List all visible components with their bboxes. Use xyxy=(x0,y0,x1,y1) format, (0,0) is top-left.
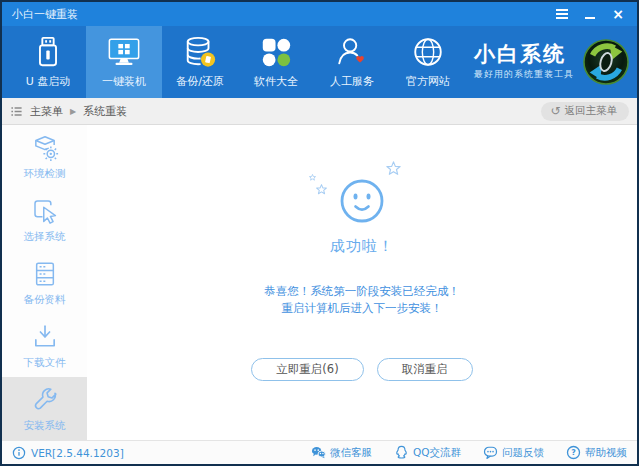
minimize-button[interactable] xyxy=(579,5,601,23)
close-button[interactable]: × xyxy=(607,5,629,23)
breadcrumb-current: 系统重装 xyxy=(83,104,127,119)
sidebar-label: 备份资料 xyxy=(24,293,66,307)
star-icon xyxy=(316,184,327,195)
qq-icon xyxy=(394,445,409,460)
breadcrumb-separator: ▶ xyxy=(70,107,76,116)
smiley-face-icon xyxy=(339,178,385,224)
help-circle-icon: ? xyxy=(566,445,581,460)
sidebar-label: 环境检测 xyxy=(24,167,66,181)
success-message: 恭喜您！系统第一阶段安装已经完成！ 重启计算机后进入下一步安装！ xyxy=(264,283,460,316)
backup-data-icon xyxy=(30,259,60,289)
hamburger-icon xyxy=(556,9,568,19)
feedback-bubble-icon xyxy=(483,445,498,460)
window-title: 小白一键重装 xyxy=(12,7,78,22)
download-files-icon xyxy=(30,322,60,352)
wechat-support-link[interactable]: 微信客服 xyxy=(311,445,372,460)
apps-clover-icon xyxy=(259,35,293,69)
nav-item-backup-restore[interactable]: 备份/还原 xyxy=(162,26,238,98)
info-icon xyxy=(12,446,26,460)
nav-label: 官方网站 xyxy=(406,74,450,89)
wechat-icon xyxy=(311,445,326,460)
nav-item-one-key-install[interactable]: 一键装机 xyxy=(86,26,162,98)
minimize-icon xyxy=(585,17,595,19)
recycle-arrows-logo-icon xyxy=(583,39,629,85)
brand-block: 小白系统 最好用的系统重装工具 xyxy=(474,26,637,98)
status-link-label: QQ交流群 xyxy=(413,446,461,460)
nav-label: U 盘启动 xyxy=(26,74,71,89)
restart-actions: 立即重启(6) 取消重启 xyxy=(251,358,472,381)
breadcrumb-root[interactable]: 主菜单 xyxy=(30,104,63,119)
usb-drive-icon xyxy=(31,35,65,69)
nav-item-software-center[interactable]: 软件大全 xyxy=(238,26,314,98)
version-info: VER[2.5.44.1203] xyxy=(12,446,124,460)
help-video-link[interactable]: ? 帮助视频 xyxy=(566,445,627,460)
success-title: 成功啦！ xyxy=(330,237,394,256)
close-icon: × xyxy=(612,7,624,21)
brand-name: 小白系统 xyxy=(474,44,566,65)
steps-sidebar: 环境检测 选择系统 xyxy=(2,125,87,440)
status-link-label: 微信客服 xyxy=(330,446,372,460)
list-icon xyxy=(10,105,23,118)
env-check-icon xyxy=(30,133,60,163)
menu-button[interactable] xyxy=(551,5,573,23)
titlebar: 小白一键重装 × xyxy=(2,2,637,26)
sidebar-label: 选择系统 xyxy=(24,230,66,244)
message-line-2: 重启计算机后进入下一步安装！ xyxy=(264,300,460,317)
nav-label: 一键装机 xyxy=(102,74,146,89)
restart-now-button[interactable]: 立即重启(6) xyxy=(251,358,363,381)
sidebar-item-select-system[interactable]: 选择系统 xyxy=(2,188,87,251)
success-illustration xyxy=(339,178,385,224)
breadcrumb-bar: 主菜单 ▶ 系统重装 ↺ 返回主菜单 xyxy=(2,98,637,125)
feedback-link[interactable]: 问题反馈 xyxy=(483,445,544,460)
status-link-label: 帮助视频 xyxy=(585,446,627,460)
sidebar-label: 安装系统 xyxy=(24,419,66,433)
sidebar-item-backup-data[interactable]: 备份资料 xyxy=(2,251,87,314)
globe-icon xyxy=(411,35,445,69)
status-link-label: 问题反馈 xyxy=(502,446,544,460)
svg-text:?: ? xyxy=(571,448,576,457)
nav-label: 软件大全 xyxy=(254,74,298,89)
install-system-icon xyxy=(30,385,60,415)
return-main-menu-button[interactable]: ↺ 返回主菜单 xyxy=(541,102,629,121)
message-line-1: 恭喜您！系统第一阶段安装已经完成！ xyxy=(264,283,460,300)
database-backup-icon xyxy=(183,35,217,69)
sidebar-item-install-system[interactable]: 安装系统 xyxy=(2,377,87,440)
support-person-icon xyxy=(335,35,369,69)
back-arrow-icon: ↺ xyxy=(550,105,560,117)
nav-item-official-site[interactable]: 官方网站 xyxy=(390,26,466,98)
sidebar-item-env-check[interactable]: 环境检测 xyxy=(2,125,87,188)
qq-group-link[interactable]: QQ交流群 xyxy=(394,445,461,460)
nav-label: 备份/还原 xyxy=(176,74,224,89)
main-panel: 成功啦！ 恭喜您！系统第一阶段安装已经完成！ 重启计算机后进入下一步安装！ 立即… xyxy=(87,125,637,440)
star-icon xyxy=(309,174,316,181)
status-links: 微信客服 QQ交流群 问题反馈 xyxy=(289,445,627,460)
return-main-menu-label: 返回主菜单 xyxy=(565,104,618,118)
nav-item-human-support[interactable]: 人工服务 xyxy=(314,26,390,98)
version-label: VER[2.5.44.1203] xyxy=(31,447,124,459)
monitor-windows-icon xyxy=(107,35,141,69)
select-system-icon xyxy=(30,196,60,226)
breadcrumb: 主菜单 ▶ 系统重装 xyxy=(10,104,127,119)
nav-label: 人工服务 xyxy=(330,74,374,89)
statusbar: VER[2.5.44.1203] 微信客服 xyxy=(2,440,637,464)
brand-tagline: 最好用的系统重装工具 xyxy=(474,68,574,81)
nav-item-usb-boot[interactable]: U 盘启动 xyxy=(10,26,86,98)
window-controls: × xyxy=(551,5,629,23)
sidebar-label: 下载文件 xyxy=(24,356,66,370)
sidebar-item-download-files[interactable]: 下载文件 xyxy=(2,314,87,377)
cancel-restart-button[interactable]: 取消重启 xyxy=(377,358,473,381)
app-window: 小白一键重装 × U 盘启动 xyxy=(0,0,639,466)
star-icon xyxy=(386,161,401,176)
top-navbar: U 盘启动 一键装机 备份/还原 xyxy=(2,26,637,98)
